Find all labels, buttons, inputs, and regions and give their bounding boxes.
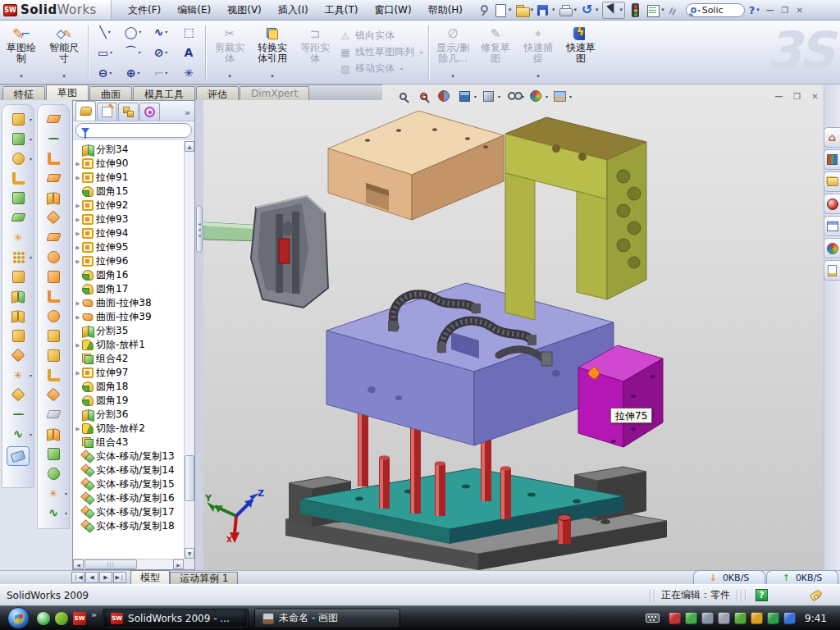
hide-show-items-icon-dropdown[interactable]: ▾ <box>522 94 524 99</box>
tree-item[interactable]: 圆角18 <box>74 380 184 394</box>
relations-dropdown-icon[interactable]: ▾ <box>451 71 454 84</box>
taskpane-tab-appearances[interactable] <box>824 238 840 258</box>
graphics-area[interactable]: ▾▾▾▾▾ — ❐ ✕ 拉伸75 Y Z X <box>203 84 824 570</box>
rib-icon[interactable] <box>9 269 27 284</box>
extruded-cut-icon[interactable]: ▾ <box>9 131 27 146</box>
spline-icon[interactable]: ∿▾ <box>147 21 175 42</box>
tree-item[interactable]: ▶拉伸97 <box>74 366 184 380</box>
tree-filter-input[interactable] <box>75 123 192 138</box>
convert-entities-button[interactable]: 转换实 体引用 ▾ <box>251 21 294 84</box>
search-value[interactable]: Solic <box>702 5 724 16</box>
menu-文件[interactable]: 文件(F) <box>120 0 169 21</box>
zoom-to-fit-icon[interactable] <box>394 87 412 105</box>
fillet-icon-dropdown[interactable]: ▾ <box>30 156 32 162</box>
radiate-surface-icon[interactable] <box>44 249 62 264</box>
menu-帮助[interactable]: 帮助(H) <box>420 0 471 21</box>
print-icon[interactable] <box>557 2 574 18</box>
extruded-cut-icon-dropdown[interactable]: ▾ <box>30 136 32 142</box>
linear-pattern-icon[interactable]: ▾ <box>9 249 27 264</box>
tree-item[interactable]: 实体-移动/复制18 <box>74 519 184 533</box>
panel-splitter[interactable]: ◂◂◂ <box>195 100 203 570</box>
split-icon[interactable] <box>9 308 27 323</box>
selection-filter-icon[interactable] <box>627 2 644 18</box>
quick-tips-button[interactable]: ? <box>756 589 768 601</box>
network-warning-icon[interactable] <box>751 612 763 624</box>
media-icon[interactable] <box>55 612 68 625</box>
tree-item[interactable]: 实体-移动/复制13 <box>74 450 184 463</box>
input-method-icon[interactable] <box>646 614 660 623</box>
stack-线性草图阵列[interactable]: ▦线性草图阵列▾ <box>340 45 422 59</box>
scale-icon[interactable] <box>44 210 62 225</box>
tree-item[interactable]: ▶切除-放样1 <box>74 338 184 352</box>
messenger-icon[interactable] <box>37 612 50 625</box>
draft-analysis-icon[interactable] <box>44 171 62 185</box>
expand-arrow-icon[interactable]: ▶ <box>74 203 82 209</box>
tab-featuremanager[interactable] <box>75 101 96 121</box>
expand-arrow-icon[interactable]: ▶ <box>74 342 82 349</box>
undo-icon[interactable]: ↺ <box>578 2 596 18</box>
expand-arrow-icon[interactable]: ▶ <box>74 370 82 377</box>
extend-surface-icon[interactable] <box>44 466 62 481</box>
parting-surface-icon[interactable] <box>44 151 62 166</box>
lasso-select-icon[interactable]: ⬚ <box>175 21 203 42</box>
tree-item[interactable]: ▶拉伸91 <box>74 171 184 185</box>
view-orientation-icon-dropdown[interactable]: ▾ <box>474 94 477 99</box>
sketch-dropdown-icon[interactable]: ▾ <box>20 71 23 84</box>
move-face-icon[interactable] <box>44 387 62 402</box>
scroll-left-button[interactable]: ◀ <box>73 559 84 569</box>
tree-item[interactable]: ▶曲面-拉伸38 <box>74 296 184 310</box>
panel-overflow-button[interactable]: » <box>185 107 194 121</box>
repair-sketch-button[interactable]: ✎ 修复草 图 <box>474 21 517 84</box>
view-orientation-icon[interactable] <box>455 87 473 105</box>
arc-icon-dropdown[interactable]: ▾ <box>138 49 140 55</box>
expand-arrow-icon[interactable]: ▶ <box>74 426 82 432</box>
menu-工具[interactable]: 工具(T) <box>317 0 367 21</box>
linear-pattern-icon-dropdown[interactable]: ▾ <box>30 254 32 260</box>
curve-icon[interactable] <box>9 407 27 422</box>
tree-item[interactable]: 实体-移动/复制14 <box>74 463 184 477</box>
slot-icon-dropdown[interactable]: ▾ <box>109 70 112 75</box>
display-style-icon[interactable] <box>479 87 497 105</box>
ellipse-icon-dropdown[interactable]: ▾ <box>165 49 167 55</box>
tree-item[interactable]: 分割35 <box>74 324 184 338</box>
taskpane-tab-custom-properties[interactable] <box>824 260 840 281</box>
taskpane-tab-resources[interactable] <box>824 127 840 148</box>
spline-tool-icon[interactable]: ▾ <box>44 505 62 520</box>
slot-icon[interactable]: ⊖▾ <box>91 62 119 83</box>
menu-窗口[interactable]: 窗口(W) <box>366 0 419 21</box>
tree-item[interactable]: ▶拉伸94 <box>74 226 184 240</box>
open-document-icon[interactable] <box>514 2 531 18</box>
tree-horizontal-scrollbar[interactable]: ◀ ||| ▶ <box>73 559 184 569</box>
security-shield-icon[interactable] <box>685 612 697 624</box>
line-icon-dropdown[interactable]: ▾ <box>108 29 111 34</box>
sketch-fillet-icon[interactable]: ⌐▾ <box>147 62 175 83</box>
update-icon[interactable] <box>701 612 714 624</box>
offset-entities-button[interactable]: ⊐ 等距实 体 <box>294 21 336 84</box>
planar-surface-icon[interactable] <box>44 230 62 244</box>
help-button[interactable]: ? <box>747 4 757 16</box>
side-core-block[interactable] <box>578 345 663 447</box>
taskpane-tab-toolbox[interactable] <box>824 194 840 214</box>
taskbar-button-solidworks[interactable]: SWSolidWorks 2009 - ... <box>103 609 249 628</box>
stop-pin[interactable] <box>558 515 571 545</box>
tree-item[interactable]: 组合43 <box>74 436 184 450</box>
bend-icon[interactable] <box>9 171 27 185</box>
freeform-icon-dropdown[interactable]: ▾ <box>65 491 67 496</box>
tab-propertymanager[interactable] <box>97 103 117 121</box>
new-document-icon-dropdown[interactable]: ▾ <box>509 7 512 13</box>
search-dropdown-icon[interactable]: ▾ <box>698 7 701 13</box>
offset-surface-icon[interactable] <box>44 407 62 422</box>
apply-scene-icon[interactable] <box>550 87 568 105</box>
core-icon[interactable] <box>44 348 62 363</box>
options-dropdown-icon[interactable]: ▾ <box>661 7 664 13</box>
expand-arrow-icon[interactable]: ▶ <box>74 175 82 181</box>
smart-dimension-button[interactable]: ◇✎ 智能尺 寸 ▾ <box>43 21 85 84</box>
quick-snaps-dropdown-icon[interactable]: ▾ <box>536 71 540 84</box>
tab-曲面[interactable]: 曲面 <box>89 86 132 100</box>
tree-item[interactable]: 分割34 <box>74 143 184 157</box>
menu-视图[interactable]: 视图(V) <box>219 0 270 21</box>
shell-icon[interactable] <box>9 190 27 205</box>
scroll-right-button[interactable]: ▶ <box>173 559 184 569</box>
tooling-split-icon[interactable] <box>44 269 62 284</box>
parting-line-icon[interactable] <box>44 112 62 126</box>
